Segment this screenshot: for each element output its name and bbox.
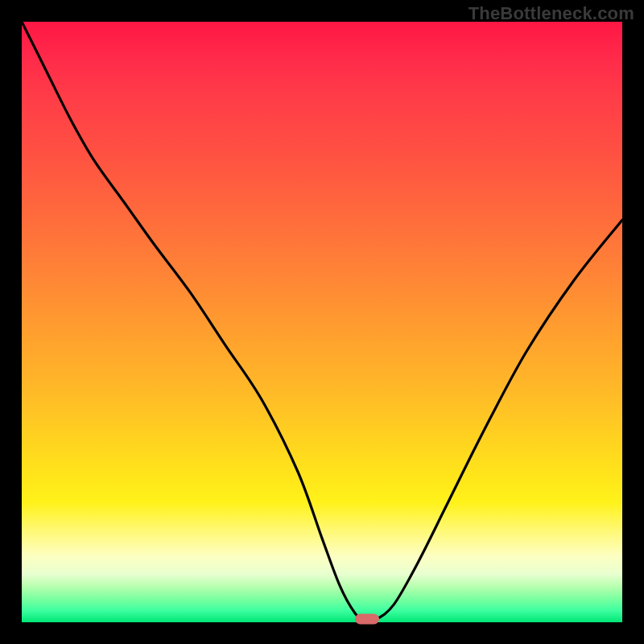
bottleneck-curve-path (22, 22, 622, 621)
plot-area (22, 22, 622, 622)
chart-frame: TheBottleneck.com (0, 0, 644, 644)
optimum-marker (355, 614, 379, 625)
curve-svg (22, 22, 622, 622)
